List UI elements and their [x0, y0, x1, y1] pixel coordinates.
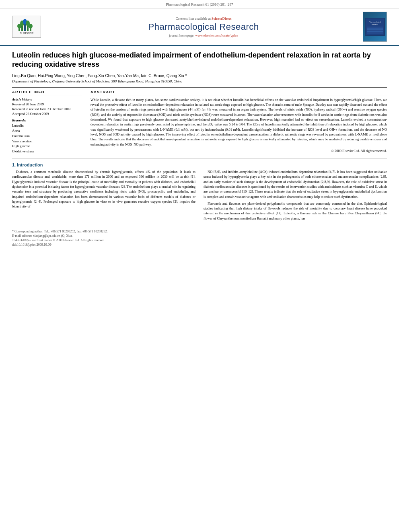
- intro-heading: 1. Introduction: [12, 162, 387, 167]
- citation-bar: Pharmacological Research 61 (2010) 281–2…: [0, 0, 399, 8]
- svg-text:Pharmacological: Pharmacological: [369, 21, 381, 23]
- main-content: Luteolin reduces high glucose-mediated i…: [0, 46, 399, 227]
- contents-label: Contents lists available at: [176, 16, 211, 21]
- keywords-list: Luteolin Aorta Endothelium Vasorelaxatio…: [12, 123, 82, 154]
- journal-cover-icon: Pharmacological research: [365, 18, 385, 36]
- homepage-url[interactable]: www.elsevier.com/locate/yphrs: [195, 33, 239, 37]
- info-abstract-cols: ARTICLE INFO Article history: Received 2…: [12, 90, 387, 154]
- abstract-col: ABSTRACT While luteolin, a flavone rich …: [90, 90, 387, 154]
- elsevier-logo: ELSEVIER: [12, 16, 44, 38]
- journal-info-center: Contents lists available at ScienceDirec…: [44, 16, 363, 37]
- intro-divider: [12, 158, 387, 158]
- elsevier-name: ELSEVIER: [20, 32, 34, 35]
- abstract-text: While luteolin, a flavone rich in many p…: [90, 97, 387, 147]
- authors-text: Ling-Bo Qian, Hui-Ping Wang, Ying Chen, …: [12, 74, 187, 78]
- keyword-5: High glucose: [12, 144, 82, 149]
- intro-right-text: NO [5,6], and inhibits acetylcholine (AC…: [204, 169, 387, 221]
- intro-number: 1.: [12, 162, 16, 167]
- elsevier-tree-icon: [16, 19, 37, 32]
- intro-right-col: NO [5,6], and inhibits acetylcholine (AC…: [204, 169, 387, 223]
- accepted-line: Accepted 23 October 2009: [12, 112, 82, 117]
- article-info-col: ARTICLE INFO Article history: Received 2…: [12, 90, 82, 154]
- svg-text:research: research: [372, 23, 378, 25]
- corresponding-note: * Corresponding author. Tel.: +86 571 88…: [12, 230, 387, 233]
- elsevier-logo-box: ELSEVIER: [12, 16, 41, 38]
- email-note: E-mail address: xiaqiang@zju.edu.cn (Q. …: [12, 234, 387, 238]
- keywords-label: Keywords:: [12, 119, 82, 122]
- intro-para-1: Diabetes, a common metabolic disease cha…: [12, 169, 195, 209]
- keyword-2: Aorta: [12, 128, 82, 134]
- intro-right-para-1: NO [5,6], and inhibits acetylcholine (AC…: [204, 169, 387, 199]
- section-divider-1: [12, 87, 387, 88]
- journal-title: Pharmacological Research: [44, 22, 363, 32]
- copyright-line: © 2009 Elsevier Ltd. All rights reserved…: [90, 149, 387, 153]
- intro-title: Introduction: [17, 162, 43, 167]
- history-label: Article history:: [12, 98, 82, 101]
- intro-left-col: Diabetes, a common metabolic disease cha…: [12, 169, 195, 223]
- footer: * Corresponding author. Tel.: +86 571 88…: [0, 227, 399, 248]
- intro-right-para-2: Flavonols and flavones are plant-derived…: [204, 201, 387, 221]
- keyword-3: Endothelium: [12, 134, 82, 139]
- contents-available-line: Contents lists available at ScienceDirec…: [44, 16, 363, 21]
- intro-left-text: Diabetes, a common metabolic disease cha…: [12, 169, 195, 209]
- received-revised-line: Received in revised form 23 October 2009: [12, 107, 82, 112]
- homepage-line: journal homepage: www.elsevier.com/locat…: [44, 33, 363, 37]
- doi-line: doi:10.1016/j.phrs.2009.10.004: [12, 243, 387, 246]
- svg-point-9: [29, 24, 33, 29]
- affiliation-line: Department of Physiology, Zhejiang Unive…: [12, 79, 387, 83]
- keyword-1: Luteolin: [12, 123, 82, 128]
- abstract-header: ABSTRACT: [90, 90, 387, 95]
- svg-rect-14: [367, 27, 383, 34]
- sciencedirect-link[interactable]: ScienceDirect: [212, 16, 231, 21]
- intro-two-col: Diabetes, a common metabolic disease cha…: [12, 169, 387, 223]
- journal-thumbnail: Pharmacological research: [363, 12, 387, 42]
- journal-header: ELSEVIER Contents lists available at Sci…: [0, 8, 399, 46]
- article-info-header: ARTICLE INFO: [12, 90, 82, 95]
- issn-line: 1043-6618/$ – see front matter © 2009 El…: [12, 238, 387, 242]
- page: Pharmacological Research 61 (2010) 281–2…: [0, 0, 399, 532]
- homepage-label: journal homepage:: [169, 33, 195, 37]
- abstract-paragraph: While luteolin, a flavone rich in many p…: [90, 97, 387, 147]
- journal-citation: Pharmacological Research 61 (2010) 281–2…: [166, 2, 233, 6]
- keyword-4: Vasorelaxation: [12, 139, 82, 144]
- keyword-6: Oxidative stress: [12, 149, 82, 154]
- authors-line: Ling-Bo Qian, Hui-Ping Wang, Ying Chen, …: [12, 74, 387, 78]
- article-title: Luteolin reduces high glucose-mediated i…: [12, 51, 387, 70]
- received-line: Received 28 June 2009: [12, 102, 82, 107]
